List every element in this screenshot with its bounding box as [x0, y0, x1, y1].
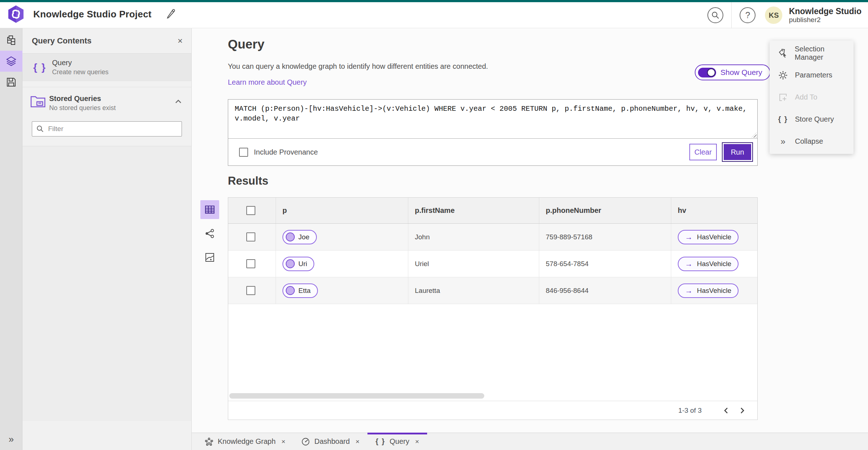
- row-checkbox[interactable]: [246, 232, 255, 241]
- panel-close-icon[interactable]: ×: [178, 37, 183, 45]
- table-pagination: 1-3 of 3: [228, 401, 757, 420]
- braces-icon: { }: [33, 62, 52, 73]
- table-view-button[interactable]: [200, 200, 219, 219]
- query-item-subtitle: Create new queries: [52, 68, 109, 76]
- header-divider: [731, 2, 732, 28]
- cell-phonenumber: 846-956-8644: [539, 277, 671, 304]
- tab-close-icon[interactable]: ×: [281, 438, 285, 446]
- menu-item-label: Add To: [795, 93, 817, 101]
- filter-input[interactable]: [48, 125, 177, 133]
- run-button[interactable]: Run: [723, 143, 752, 161]
- query-contents-panel: Query Contents × { } Query Create new qu…: [22, 28, 192, 450]
- chevron-up-icon[interactable]: [174, 97, 183, 106]
- menu-item-parameters[interactable]: Parameters: [770, 64, 854, 86]
- relationship-pill[interactable]: → HasVehicle: [678, 283, 739, 298]
- menu-item-label: Store Query: [795, 115, 834, 123]
- account-name: Knowledge Studio: [789, 7, 861, 16]
- menu-item-store-query[interactable]: { } Store Query: [770, 108, 854, 130]
- cell-firstname: Uriel: [408, 251, 539, 277]
- show-query-toggle[interactable]: Show Query: [695, 64, 770, 80]
- help-button[interactable]: ?: [740, 7, 756, 23]
- menu-item-selection-manager[interactable]: Selection Manager: [770, 42, 854, 64]
- row-checkbox[interactable]: [246, 286, 255, 295]
- horizontal-scrollbar-thumb[interactable]: [229, 393, 484, 399]
- relationship-pill[interactable]: → HasVehicle: [678, 230, 739, 244]
- tab-knowledge-graph[interactable]: Knowledge Graph ×: [197, 433, 293, 450]
- panel-title: Query Contents: [32, 36, 92, 46]
- column-header-phonenumber[interactable]: p.phoneNumber: [539, 198, 671, 223]
- brand: Knowledge Studio Project: [7, 5, 176, 23]
- entity-label: Uri: [298, 260, 307, 268]
- learn-more-link[interactable]: Learn more about Query: [228, 78, 307, 87]
- braces-icon: { }: [778, 115, 788, 123]
- stored-queries-folder-icon: [30, 94, 46, 109]
- edit-title-icon[interactable]: [165, 9, 176, 20]
- contents-rail-button[interactable]: [0, 51, 22, 72]
- tab-dashboard[interactable]: Dashboard ×: [293, 433, 367, 450]
- column-header-firstname[interactable]: p.firstName: [408, 198, 539, 223]
- data-model-rail-button[interactable]: [0, 30, 22, 51]
- stored-queries-title: Stored Queries: [49, 94, 174, 103]
- page-description: You can query a knowledge graph to ident…: [228, 62, 488, 71]
- editor-buttons: Clear Run: [689, 143, 752, 161]
- graph-view-button[interactable]: [200, 224, 219, 243]
- include-provenance[interactable]: Include Provenance: [239, 148, 318, 157]
- tab-label: Query: [390, 437, 409, 446]
- table-row[interactable]: Uri Uriel 578-654-7854 → HasVehicle: [228, 251, 757, 277]
- toggle-switch-on[interactable]: [698, 68, 716, 77]
- avatar[interactable]: KS: [765, 7, 782, 24]
- row-checkbox[interactable]: [246, 259, 255, 268]
- map-view-button[interactable]: [200, 248, 219, 267]
- add-to-icon: [778, 93, 788, 102]
- page-title: Query: [228, 37, 264, 51]
- help-icon: ?: [745, 10, 750, 20]
- entity-dot-icon: [286, 259, 295, 268]
- table-row[interactable]: Joe John 759-889-57168 → HasVehicle: [228, 224, 757, 251]
- filter-field-wrap: [32, 121, 182, 136]
- select-all-checkbox[interactable]: [246, 206, 255, 215]
- tab-close-icon[interactable]: ×: [356, 438, 359, 446]
- resize-grip[interactable]: [752, 133, 757, 138]
- entity-pill[interactable]: Joe: [282, 230, 317, 244]
- collapse-chevrons-icon: »: [778, 136, 788, 147]
- column-header-hv[interactable]: hv: [671, 198, 757, 223]
- cell-firstname: Lauretta: [408, 277, 539, 304]
- layers-icon: [6, 56, 17, 67]
- relationship-label: HasVehicle: [697, 233, 731, 241]
- table-view-icon: [205, 205, 215, 215]
- entity-dot-icon: [286, 232, 295, 241]
- search-button[interactable]: [707, 7, 723, 23]
- query-textarea[interactable]: MATCH (p:Person)-[hv:HasVehicle]->(v:Veh…: [235, 104, 751, 134]
- entity-pill[interactable]: Etta: [282, 283, 318, 298]
- query-item-texts: Query Create new queries: [52, 59, 109, 76]
- expand-rail-button[interactable]: »: [0, 434, 22, 445]
- prev-page-button[interactable]: [718, 403, 734, 418]
- save-rail-button[interactable]: [0, 72, 22, 93]
- bottom-tab-bar: Knowledge Graph × Dashboard × { } Query …: [192, 433, 868, 450]
- entity-pill[interactable]: Uri: [282, 257, 314, 271]
- tab-close-icon[interactable]: ×: [415, 438, 419, 446]
- selection-manager-icon: [778, 49, 788, 58]
- results-view-toggles: [200, 200, 220, 267]
- arrow-right-icon: →: [685, 233, 693, 241]
- stored-queries-section[interactable]: Stored Queries No stored queries exist: [22, 87, 191, 112]
- include-provenance-checkbox[interactable]: [239, 148, 248, 157]
- arrow-right-icon: →: [685, 286, 693, 295]
- menu-item-collapse[interactable]: » Collapse: [770, 130, 854, 152]
- show-query-label: Show Query: [720, 68, 762, 77]
- column-header-p[interactable]: p: [276, 198, 408, 223]
- main-area: Query You can query a knowledge graph to…: [192, 28, 868, 450]
- table-row[interactable]: Etta Lauretta 846-956-8644 → HasVehicle: [228, 277, 757, 304]
- next-page-button[interactable]: [734, 403, 750, 418]
- chevron-left-icon: [723, 407, 729, 414]
- toggle-knob: [707, 68, 715, 77]
- cell-firstname: John: [408, 224, 539, 250]
- panel-empty-area: [22, 146, 191, 421]
- hierarchy-icon: [6, 35, 16, 45]
- query-editor-card: MATCH (p:Person)-[hv:HasVehicle]->(v:Veh…: [228, 99, 758, 166]
- panel-item-query[interactable]: { } Query Create new queries: [22, 54, 191, 81]
- tab-query[interactable]: { } Query ×: [367, 433, 427, 450]
- clear-button[interactable]: Clear: [689, 144, 717, 160]
- relationship-pill[interactable]: → HasVehicle: [678, 257, 739, 271]
- account-info[interactable]: Knowledge Studio publisher2: [789, 7, 861, 24]
